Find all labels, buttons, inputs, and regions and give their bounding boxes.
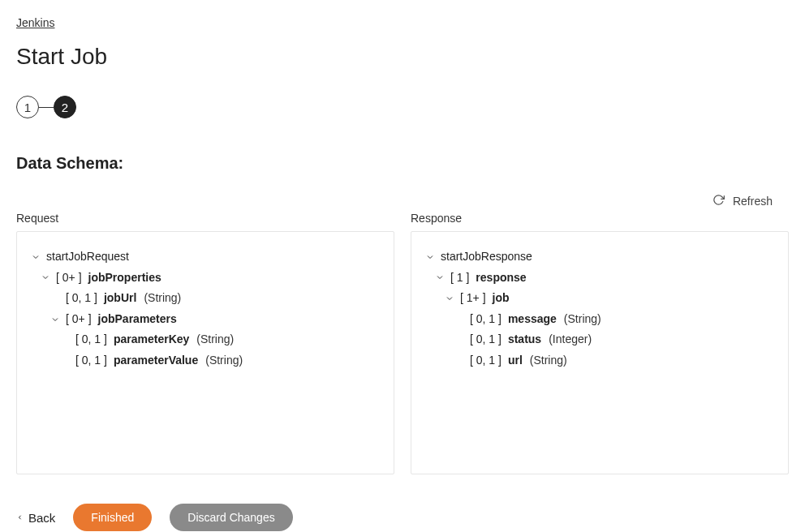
node-label: parameterKey (114, 332, 189, 348)
cardinality: [ 0, 1 ] (75, 353, 107, 369)
tree-node-jobproperties[interactable]: [ 0+ ] jobProperties (30, 268, 381, 289)
node-type: (String) (205, 353, 243, 369)
tree-node-root[interactable]: startJobRequest (30, 247, 381, 268)
node-label: startJobResponse (441, 249, 532, 265)
node-label: status (508, 332, 541, 348)
back-button[interactable]: Back (16, 511, 55, 525)
section-title: Data Schema: (16, 154, 789, 173)
node-type: (String) (196, 332, 234, 348)
node-type: (String) (564, 311, 601, 328)
node-label: parameterValue (114, 353, 198, 369)
finished-button[interactable]: Finished (73, 504, 152, 531)
cardinality: [ 0, 1 ] (470, 332, 502, 348)
breadcrumb-link[interactable]: Jenkins (16, 16, 54, 29)
step-1[interactable]: 1 (16, 96, 39, 118)
refresh-icon (712, 194, 725, 208)
request-label: Request (16, 212, 394, 225)
refresh-label: Refresh (733, 195, 773, 208)
request-column: Request startJobRequest [ 0+ ] jobProper… (16, 212, 394, 474)
chevron-down-icon[interactable] (40, 272, 51, 282)
chevron-down-icon[interactable] (444, 294, 455, 303)
back-label: Back (28, 511, 55, 525)
tree-node-response[interactable]: [ 1 ] response (424, 268, 775, 289)
node-type: (String) (530, 353, 567, 369)
response-label: Response (411, 212, 789, 225)
node-label: message (508, 311, 557, 328)
response-column: Response startJobResponse [ 1 ] response (411, 212, 789, 474)
node-label: jobUrl (104, 290, 136, 307)
node-label: url (508, 353, 523, 369)
step-2[interactable]: 2 (54, 96, 76, 118)
cardinality: [ 0, 1 ] (470, 311, 502, 328)
tree-node-parametervalue[interactable]: [ 0, 1 ] parameterValue (String) (30, 350, 381, 371)
chevron-down-icon[interactable] (50, 315, 61, 324)
cardinality: [ 1 ] (450, 270, 469, 286)
footer-buttons: Back Finished Discard Changes (16, 504, 789, 531)
chevron-down-icon[interactable] (30, 252, 41, 262)
cardinality: [ 0+ ] (66, 311, 92, 328)
stepper: 1 2 (16, 96, 789, 118)
node-type: (String) (144, 290, 181, 307)
node-label: startJobRequest (46, 249, 129, 265)
tree-node-url[interactable]: [ 0, 1 ] url (String) (424, 350, 775, 371)
discard-button[interactable]: Discard Changes (170, 504, 292, 531)
chevron-down-icon[interactable] (434, 272, 446, 282)
tree-node-job[interactable]: [ 1+ ] job (424, 288, 775, 309)
tree-node-root[interactable]: startJobResponse (424, 247, 775, 268)
step-line (39, 107, 54, 108)
chevron-down-icon[interactable] (424, 252, 436, 262)
tree-node-joburl[interactable]: [ 0, 1 ] jobUrl (String) (30, 288, 381, 309)
node-label: job (493, 290, 510, 307)
node-type: (Integer) (549, 332, 592, 348)
cardinality: [ 0, 1 ] (75, 332, 107, 348)
node-label: response (476, 270, 526, 286)
cardinality: [ 1+ ] (460, 290, 486, 307)
refresh-button[interactable]: Refresh (712, 194, 773, 208)
tree-node-parameterkey[interactable]: [ 0, 1 ] parameterKey (String) (30, 329, 381, 350)
node-label: jobProperties (88, 270, 161, 286)
cardinality: [ 0+ ] (56, 270, 82, 286)
tree-node-message[interactable]: [ 0, 1 ] message (String) (424, 309, 775, 330)
page-title: Start Job (16, 44, 789, 70)
cardinality: [ 0, 1 ] (66, 290, 97, 307)
chevron-left-icon (16, 511, 24, 525)
cardinality: [ 0, 1 ] (470, 353, 502, 369)
tree-node-jobparameters[interactable]: [ 0+ ] jobParameters (30, 309, 381, 330)
tree-node-status[interactable]: [ 0, 1 ] status (Integer) (424, 329, 775, 350)
request-schema-box: startJobRequest [ 0+ ] jobProperties [ 0… (16, 231, 394, 474)
response-schema-box: startJobResponse [ 1 ] response [ 1+ ] j… (411, 231, 789, 474)
node-label: jobParameters (98, 311, 177, 328)
